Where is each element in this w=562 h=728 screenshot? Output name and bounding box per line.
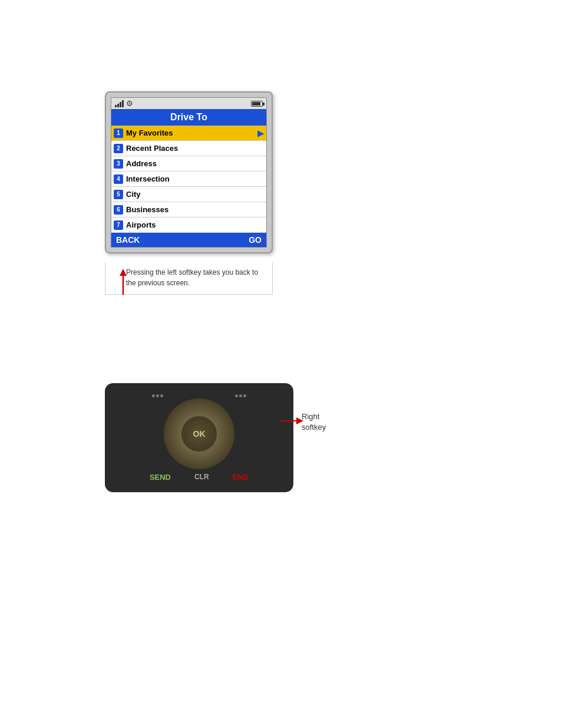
dot1 (152, 394, 155, 397)
menu-item-5[interactable]: 5City (111, 187, 266, 202)
right-softkey-dots[interactable] (235, 394, 246, 397)
item-number-badge: 6 (114, 205, 123, 215)
annotation-arrow-icon (118, 269, 128, 299)
item-label: City (126, 190, 264, 199)
screen-title: Drive To (111, 109, 266, 126)
dot4 (235, 394, 238, 397)
nav-ring[interactable]: OK (164, 398, 234, 469)
send-button[interactable]: SEND (150, 473, 171, 482)
annotation-area: Pressing the left softkey takes you back… (105, 262, 273, 295)
item-label: My Favorites (126, 129, 257, 137)
menu-item-7[interactable]: 7Airports (111, 218, 266, 233)
item-number-badge: 5 (114, 190, 123, 199)
keypad-container: OK SEND CLR END (105, 383, 293, 492)
menu-item-6[interactable]: 6Businesses (111, 202, 266, 218)
item-number-badge: 7 (114, 220, 123, 230)
right-softkey-arrow-icon (281, 417, 303, 427)
dot5 (239, 394, 242, 397)
right-softkey-line2: softkey (302, 422, 326, 433)
item-label: Address (126, 159, 264, 168)
clr-button[interactable]: CLR (194, 473, 209, 481)
status-bar: ⚙ (111, 98, 266, 109)
right-softkey-line1: Right (302, 411, 326, 422)
end-button[interactable]: END (233, 473, 249, 482)
phone-screen: ⚙ Drive To 1My Favorites▶2Recent Places3… (111, 97, 267, 248)
signal-icon (115, 100, 124, 107)
keypad-bottom-row: SEND CLR END (150, 473, 249, 482)
item-label: Airports (126, 220, 264, 229)
item-number-badge: 2 (114, 144, 123, 153)
softkey-top-row (152, 394, 246, 397)
ok-button[interactable]: OK (181, 416, 217, 452)
menu-item-1[interactable]: 1My Favorites▶ (111, 126, 266, 141)
item-number-badge: 1 (114, 129, 123, 138)
left-softkey-dots[interactable] (152, 394, 163, 397)
item-label: Businesses (126, 205, 264, 214)
item-number-badge: 4 (114, 174, 123, 184)
menu-item-4[interactable]: 4Intersection (111, 172, 266, 187)
svg-marker-1 (120, 269, 127, 276)
chevron-right-icon: ▶ (257, 129, 264, 138)
bottom-bar: BACK GO (111, 233, 266, 247)
right-softkey-label: Right softkey (302, 411, 326, 433)
annotation-text: Pressing the left softkey takes you back… (126, 268, 258, 287)
menu-item-3[interactable]: 3Address (111, 156, 266, 172)
menu-item-2[interactable]: 2Recent Places (111, 141, 266, 156)
battery-icon (251, 101, 263, 107)
back-button[interactable]: BACK (116, 235, 140, 245)
dot2 (156, 394, 159, 397)
phone-device: ⚙ Drive To 1My Favorites▶2Recent Places3… (105, 91, 273, 253)
item-label: Recent Places (126, 144, 264, 153)
nav-ring-outer: OK (164, 398, 234, 469)
gear-icon: ⚙ (126, 99, 133, 108)
menu-list: 1My Favorites▶2Recent Places3Address4Int… (111, 126, 266, 233)
go-button[interactable]: GO (249, 235, 262, 245)
item-label: Intersection (126, 174, 264, 183)
item-number-badge: 3 (114, 159, 123, 169)
dot3 (160, 394, 163, 397)
dot6 (243, 394, 246, 397)
